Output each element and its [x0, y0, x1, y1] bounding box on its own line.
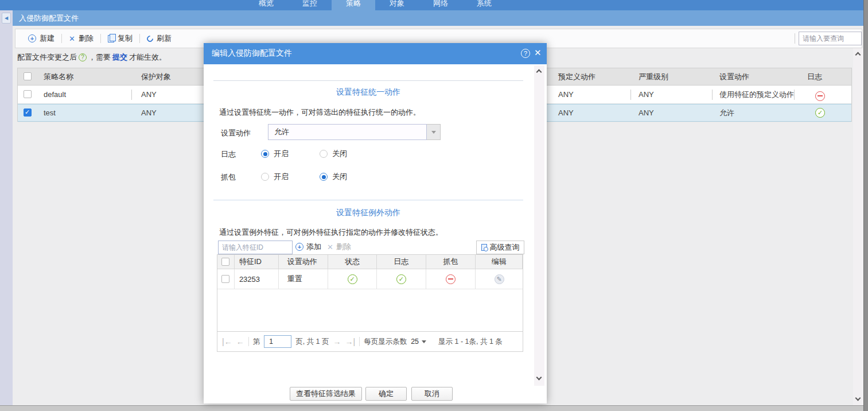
ok-button[interactable]: 确定: [365, 387, 407, 401]
column-divider: [712, 90, 713, 100]
uniform-action-section-title: 设置特征统一动作: [213, 87, 523, 98]
prev-page-icon[interactable]: ←: [236, 338, 244, 346]
row-checkbox[interactable]: [221, 275, 229, 283]
status-enabled-icon: [348, 274, 357, 284]
column-divider: [794, 90, 795, 100]
capture-off-label: 关闭: [332, 172, 347, 182]
dialog-scrollbar[interactable]: [534, 65, 544, 386]
per-page-select[interactable]: 25: [411, 338, 426, 346]
column-divider: [131, 90, 132, 100]
edit-pencil-icon[interactable]: [495, 274, 504, 284]
submit-link[interactable]: 提交: [112, 52, 127, 63]
nav-tab-system[interactable]: 系统: [462, 0, 506, 10]
capture-radio-group: 开启 关闭: [261, 172, 347, 182]
cancel-button[interactable]: 取消: [411, 387, 453, 401]
select-dropdown-button[interactable]: [427, 124, 441, 140]
cell-severity: ANY: [639, 86, 654, 104]
next-page-icon[interactable]: →: [333, 338, 341, 346]
toolbar-separator: [795, 33, 795, 44]
plus-icon: +: [295, 243, 303, 251]
scroll-up-icon[interactable]: [855, 52, 861, 58]
page-title: 入侵防御配置文件: [19, 13, 79, 24]
log-enabled-icon: [396, 274, 406, 284]
nav-tab-overview[interactable]: 概览: [244, 0, 288, 10]
delete-icon: ✕: [69, 34, 75, 43]
dialog-close-icon[interactable]: ✕: [534, 48, 542, 58]
row-checkbox[interactable]: [24, 108, 32, 117]
select-all-checkbox[interactable]: [221, 258, 229, 266]
delete-signature-button[interactable]: ✕ 删除: [327, 242, 351, 252]
capture-on-radio[interactable]: [261, 173, 269, 181]
column-header-log: 日志: [377, 255, 426, 269]
delete-button[interactable]: ✕ 删除: [62, 33, 100, 44]
search-input[interactable]: [799, 32, 862, 45]
nav-tab-monitor[interactable]: 监控: [288, 0, 332, 10]
new-button[interactable]: + 新建: [21, 33, 61, 44]
cell-policy-name: test: [44, 104, 56, 122]
column-header-edit: 编辑: [476, 255, 523, 269]
log-on-radio[interactable]: [261, 150, 269, 158]
cell-policy-name: default: [44, 86, 66, 104]
column-header-predefined-action: 预定义动作: [558, 68, 595, 86]
log-radio-group: 开启 关闭: [261, 149, 347, 159]
section-divider: [213, 80, 523, 81]
plus-icon: +: [28, 34, 36, 42]
nav-tab-network[interactable]: 网络: [419, 0, 462, 10]
last-page-icon[interactable]: →|: [345, 338, 355, 346]
view-filter-results-button[interactable]: 查看特征筛选结果: [290, 387, 362, 401]
scroll-up-icon[interactable]: [536, 69, 542, 75]
page-title-bar: 入侵防御配置文件: [13, 10, 863, 26]
page-label: 第: [253, 337, 260, 347]
nav-tabs: 概览 监控 策略 对象 网络 系统: [244, 0, 506, 10]
column-header-capture: 抓包: [426, 255, 476, 269]
nav-tab-policy[interactable]: 策略: [332, 0, 375, 10]
row-checkbox[interactable]: [24, 90, 32, 98]
copy-icon: [108, 35, 114, 42]
help-icon[interactable]: ?: [79, 53, 87, 61]
dialog-help-icon[interactable]: ?: [521, 49, 530, 58]
column-header-name: 策略名称: [44, 68, 73, 86]
refresh-button[interactable]: 刷新: [140, 33, 178, 44]
notice-text: 才能生效。: [129, 52, 166, 63]
add-signature-button[interactable]: + 添加: [295, 242, 321, 252]
capture-disabled-icon: [446, 274, 456, 284]
signature-id-input[interactable]: [218, 241, 293, 254]
column-header-set-action: 设置动作: [719, 68, 749, 86]
nav-tab-objects[interactable]: 对象: [375, 0, 419, 10]
chevron-down-icon: [422, 340, 426, 343]
per-page-label: 每页显示条数: [364, 337, 407, 347]
advanced-query-button[interactable]: 高级查询: [476, 241, 524, 254]
first-page-icon[interactable]: |←: [222, 338, 232, 346]
delete-label: 删除: [336, 242, 351, 252]
dialog-title: 编辑入侵防御配置文件: [212, 48, 292, 59]
cell-protected-object: ANY: [141, 86, 157, 104]
collapse-panel-button[interactable]: ◀: [2, 13, 11, 24]
set-action-select[interactable]: 允许: [268, 124, 427, 140]
add-label: 添加: [306, 242, 321, 252]
advanced-query-icon: [481, 244, 487, 251]
window-scrollbar[interactable]: [863, 0, 868, 411]
log-label: 日志: [221, 149, 236, 160]
capture-off-radio[interactable]: [320, 173, 328, 181]
notice-text: 配置文件变更之后: [17, 52, 77, 63]
exception-action-description: 通过设置例外特征，可对例外特征执行指定的动作并修改特征状态。: [219, 227, 443, 238]
pager-separator: [248, 337, 249, 346]
per-page-value: 25: [411, 338, 419, 346]
cell-set-action: 使用特征的预定义动作: [719, 86, 794, 104]
content-scrollbar[interactable]: [853, 48, 863, 405]
scroll-down-icon[interactable]: [536, 375, 542, 381]
page-total-label: 页, 共 1 页: [295, 337, 329, 347]
screen: 概览 监控 策略 对象 网络 系统 ◀ 入侵防御配置文件 + 新建 ✕ 删除: [0, 0, 868, 411]
set-action-label: 设置动作: [221, 128, 251, 138]
bottom-bar: [0, 405, 868, 411]
copy-button[interactable]: 复制: [101, 33, 139, 44]
refresh-button-label: 刷新: [157, 33, 172, 44]
log-off-radio[interactable]: [320, 150, 328, 158]
capture-on-label: 开启: [274, 172, 289, 182]
page-number-input[interactable]: [264, 335, 291, 348]
scroll-down-icon[interactable]: [855, 396, 861, 401]
chevron-down-icon: [431, 131, 436, 134]
exception-table-row[interactable]: 23253 重置: [217, 269, 523, 289]
exception-table: 特征ID 设置动作 状态 日志 抓包 编辑 23253 重置: [217, 254, 523, 332]
select-all-checkbox[interactable]: [24, 72, 32, 80]
